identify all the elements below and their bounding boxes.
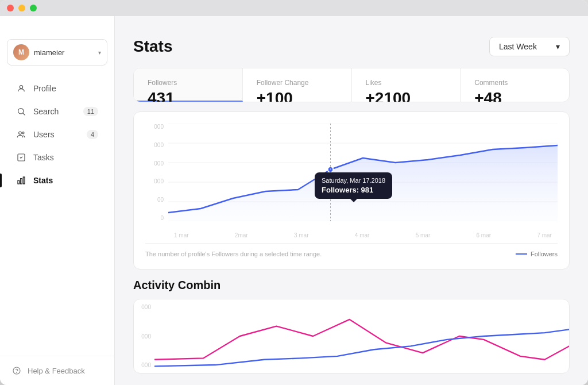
- sidebar-item-users[interactable]: Users 4: [5, 124, 110, 145]
- y-label-3: 000: [145, 160, 168, 167]
- stat-card-followers[interactable]: Followers 431 ↑25%: [134, 68, 243, 102]
- stat-card-likes[interactable]: Likes +2100 Avg. per Day +0.1: [352, 68, 461, 102]
- close-button[interactable]: [7, 5, 14, 11]
- svg-rect-7: [21, 179, 22, 184]
- sidebar-label-tasks: Tasks: [33, 153, 54, 162]
- help-feedback-item[interactable]: Help & Feedback: [11, 365, 103, 376]
- app-container: M miameier ▾ Profile Search 11: [0, 16, 588, 385]
- period-label: Last Week: [499, 42, 537, 51]
- svg-point-0: [20, 86, 22, 88]
- comments-value: +48: [474, 90, 555, 102]
- likes-label: Likes: [366, 79, 447, 87]
- svg-point-3: [19, 132, 22, 134]
- chart-inner: 000 000 000 000 00 0: [145, 124, 558, 238]
- stats-cards: Followers 431 ↑25% Follower Change +100 …: [133, 68, 570, 102]
- svg-line-2: [23, 113, 25, 116]
- help-label: Help & Feedback: [28, 367, 85, 375]
- x-label-0: 1 mar: [174, 232, 189, 238]
- users-icon: [16, 129, 26, 140]
- svg-point-4: [22, 132, 24, 134]
- sidebar-bottom: Help & Feedback: [0, 356, 114, 385]
- y-label-4: 000: [145, 142, 168, 148]
- svg-marker-17: [168, 145, 558, 221]
- legend-line: [516, 253, 527, 255]
- chart-footer: The number of profile's Followers during…: [145, 243, 558, 257]
- sidebar-label-stats: Stats: [33, 176, 53, 185]
- x-label-6: 7 mar: [537, 232, 552, 238]
- x-label-1: 2mar: [235, 232, 248, 238]
- y-label-1: 00: [145, 197, 168, 203]
- sidebar-item-search[interactable]: Search 11: [5, 101, 110, 122]
- sidebar-label-users: Users: [33, 130, 55, 139]
- app-window: M miameier ▾ Profile Search 11: [0, 0, 588, 385]
- page-title: Stats: [133, 37, 172, 56]
- legend-label: Followers: [531, 251, 558, 257]
- tasks-icon: [16, 152, 26, 163]
- chart-svg: [168, 124, 558, 221]
- username: miameier: [34, 48, 94, 57]
- chevron-down-icon: ▾: [98, 49, 101, 56]
- users-badge: 4: [87, 130, 98, 139]
- activity-y-2: 000: [134, 333, 154, 340]
- activity-svg: [154, 299, 569, 373]
- help-icon: [11, 365, 22, 376]
- svg-point-1: [18, 109, 24, 114]
- sidebar-item-profile[interactable]: Profile: [5, 78, 110, 99]
- chart-legend: Followers: [516, 251, 558, 257]
- comments-label: Comments: [474, 79, 555, 87]
- avatar: M: [13, 44, 29, 60]
- minimize-button[interactable]: [18, 5, 25, 11]
- search-badge: 11: [83, 107, 98, 116]
- svg-point-10: [17, 372, 17, 373]
- main-content: Stats Last Week ▾ Followers 431 ↑25% Fol…: [115, 16, 588, 385]
- stat-card-follower-change[interactable]: Follower Change +100 Avg. per Day +0.25: [243, 68, 352, 102]
- y-label-0: 0: [145, 215, 168, 221]
- sidebar-item-tasks[interactable]: Tasks: [5, 147, 110, 168]
- followers-value: 431: [148, 90, 229, 102]
- follower-change-value: +100: [257, 90, 338, 102]
- stats-icon: [16, 175, 26, 186]
- period-chevron: ▾: [556, 42, 560, 51]
- sidebar: M miameier ▾ Profile Search 11: [0, 16, 115, 385]
- y-label-2: 000: [145, 178, 168, 184]
- activity-chart-container: 000 000 000: [133, 299, 570, 374]
- x-axis: 1 mar 2mar 3 mar 4 mar 5 mar 6 mar 7 mar: [168, 232, 558, 238]
- followers-label: Followers: [148, 79, 229, 87]
- period-selector[interactable]: Last Week ▾: [489, 37, 570, 56]
- activity-title: Activity Combin: [133, 279, 570, 292]
- search-icon: [16, 106, 26, 117]
- sidebar-label-profile: Profile: [33, 84, 56, 93]
- y-axis: 000 000 000 000 00 0: [145, 124, 168, 221]
- x-label-5: 6 mar: [477, 232, 492, 238]
- sidebar-label-search: Search: [33, 107, 59, 116]
- svg-rect-6: [18, 180, 20, 184]
- follower-change-label: Follower Change: [257, 79, 338, 87]
- activity-y-3: 000: [134, 304, 154, 310]
- followers-chart-container: 000 000 000 000 00 0: [133, 111, 570, 270]
- stat-card-comments[interactable]: Comments +48 Avg. per Day +0.08: [461, 68, 569, 102]
- user-icon: [16, 83, 26, 94]
- main-header: Stats Last Week ▾: [115, 16, 588, 68]
- activity-y-1: 000: [134, 362, 154, 368]
- svg-rect-8: [23, 177, 25, 184]
- activity-section: Activity Combin 000 000 000: [133, 279, 570, 374]
- x-label-4: 5 mar: [416, 232, 431, 238]
- sidebar-item-stats[interactable]: Stats: [5, 170, 110, 191]
- chart-description: The number of profile's Followers during…: [145, 251, 322, 257]
- titlebar: [0, 0, 588, 16]
- x-label-3: 4 mar: [355, 232, 370, 238]
- x-label-2: 3 mar: [294, 232, 309, 238]
- activity-y-axis: 000 000 000: [134, 299, 154, 373]
- maximize-button[interactable]: [30, 5, 37, 11]
- user-selector[interactable]: M miameier ▾: [7, 39, 107, 66]
- likes-value: +2100: [366, 90, 447, 102]
- y-label-5: 000: [145, 124, 168, 130]
